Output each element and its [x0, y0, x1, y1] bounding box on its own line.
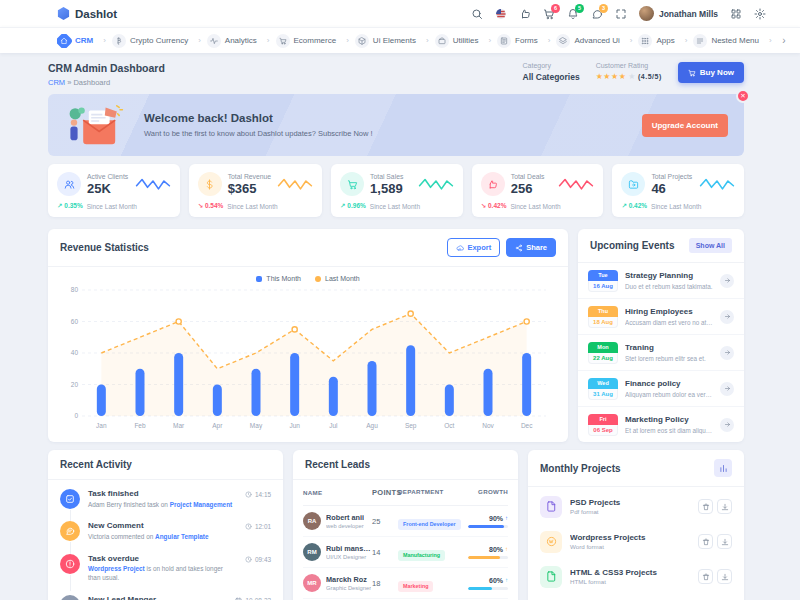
download-button[interactable]	[717, 534, 732, 549]
activity-item[interactable]: Task overdue Wordpress Project is on hol…	[48, 548, 283, 589]
arrow-right-icon[interactable]	[720, 310, 734, 324]
top-bar: Dashlot 6 5 3	[0, 0, 800, 27]
lead-points: 14	[372, 548, 398, 557]
list-item[interactable]: Wordpress Projects Word format	[528, 524, 744, 559]
banner-subtitle: Want to be the first to know about Dashl…	[144, 129, 373, 138]
alert-icon	[60, 554, 80, 574]
grid-icon[interactable]	[730, 8, 742, 20]
table-row[interactable]: MR Marckh Roz Graphic Designer 18 Market…	[303, 568, 508, 599]
brand-name: Dashlot	[75, 8, 117, 20]
expand-icon[interactable]	[615, 8, 627, 20]
export-button[interactable]: Export	[447, 238, 500, 257]
stat-delta: ↘ 0.42%	[481, 202, 507, 210]
nav-item[interactable]: Forms ›	[497, 34, 550, 48]
show-all-button[interactable]: Show All	[689, 238, 732, 253]
activity-title-text: Task finished	[88, 489, 237, 498]
users-icon	[57, 172, 81, 196]
close-icon[interactable]: ✕	[736, 89, 750, 103]
arrow-right-icon[interactable]	[720, 418, 734, 432]
sparkline	[699, 174, 735, 194]
nav-item[interactable]: Nested Menu ›	[693, 34, 771, 48]
brand[interactable]: Dashlot	[57, 7, 117, 20]
share-button[interactable]: Share	[506, 238, 556, 257]
event-item[interactable]: Wed 31 Aug Finance policy Aliquyam rebum…	[578, 371, 744, 407]
thumb-icon[interactable]	[519, 8, 531, 20]
project-format: Pdf format	[570, 508, 690, 515]
activity-item[interactable]: Task finished Adam Berry finished task o…	[48, 483, 283, 515]
projects-filter-button[interactable]	[714, 459, 732, 477]
stat-note: Since Last Month	[370, 203, 420, 210]
chevron-right-icon: ›	[548, 36, 551, 45]
table-row[interactable]: RM Rubi manscho UI/UX Designer 14 Manufa…	[303, 537, 508, 568]
stat-card: Total Deals 256 ↘ 0.42% Since Last Month	[472, 164, 604, 217]
nav-item[interactable]: Utilities ›	[435, 34, 491, 48]
buy-now-button[interactable]: Buy Now	[678, 62, 744, 83]
svg-text:May: May	[250, 422, 263, 430]
cart-icon	[340, 172, 364, 196]
nav-item[interactable]: Ui Elements ›	[355, 34, 429, 48]
activity-link[interactable]: Angular Template	[155, 533, 209, 540]
nav-item-label: Advanced Ui	[574, 36, 619, 45]
home-icon	[57, 34, 73, 48]
nav-item[interactable]: Crypto Currency ›	[112, 34, 201, 48]
arrow-right-icon[interactable]	[720, 346, 734, 360]
chat-icon[interactable]: 3	[591, 8, 603, 20]
nav-item[interactable]: Advanced Ui ›	[556, 34, 632, 48]
nav-item[interactable]: CRM ›	[57, 34, 106, 48]
legend-item[interactable]: Last Month	[315, 275, 360, 282]
event-item[interactable]: Thu 18 Aug Hiring Employees Accusam diam…	[578, 299, 744, 335]
delete-button[interactable]	[698, 569, 713, 584]
delete-button[interactable]	[698, 499, 713, 514]
svg-text:60: 60	[71, 318, 79, 325]
arrow-right-icon[interactable]	[720, 382, 734, 396]
download-icon	[721, 538, 729, 546]
flag-icon[interactable]	[495, 8, 507, 20]
nav-item-label: Crypto Currency	[130, 36, 188, 45]
bell-icon[interactable]: 5	[567, 8, 579, 20]
breadcrumb-home[interactable]: CRM	[48, 78, 65, 87]
growth-value: 90%	[489, 515, 503, 522]
clock-icon	[245, 523, 252, 530]
arrow-right-icon[interactable]	[720, 274, 734, 288]
download-icon	[721, 503, 729, 511]
activity-item[interactable]: ML New Lead Manger Manuel Labor finished…	[48, 589, 283, 600]
upgrade-account-button[interactable]: Upgrade Account	[642, 114, 728, 137]
stat-delta: ↗ 0.96%	[340, 202, 366, 210]
event-item[interactable]: Fri 06 Sep Marketing Policy Et at lorem …	[578, 407, 744, 442]
activity-title: Recent Activity	[60, 459, 132, 470]
lead-name: Marckh Roz	[326, 575, 371, 584]
download-button[interactable]	[717, 499, 732, 514]
pulse-icon	[207, 34, 221, 48]
nav-item-label: CRM	[75, 36, 93, 45]
nav-item[interactable]: Analytics ›	[207, 34, 270, 48]
gear-icon[interactable]	[754, 8, 766, 20]
nav-scroll-arrow[interactable]: ›	[776, 33, 792, 49]
svg-text:80: 80	[71, 286, 79, 293]
event-date-chip: Fri 06 Sep	[588, 414, 618, 436]
department-badge: Manufacturing	[398, 550, 445, 561]
event-item[interactable]: Mon 22 Aug Traning Stet lorem rebum elit…	[578, 335, 744, 371]
stat-value: 25K	[87, 181, 128, 196]
stat-label: Total Revenue	[228, 173, 271, 180]
category-value[interactable]: All Categories	[523, 72, 580, 82]
table-row[interactable]: RA Robert anii web developer 25 Front-en…	[303, 506, 508, 537]
event-item[interactable]: Tue 16 Aug Strategy Planning Duo et et r…	[578, 263, 744, 299]
event-title: Strategy Planning	[625, 271, 713, 280]
rating-block: Customer Rating ★★★★ ★ (4.5/5)	[596, 62, 662, 81]
chevron-right-icon: ›	[103, 36, 106, 45]
user-menu[interactable]: Jonathan Mills	[639, 6, 718, 21]
activity-item[interactable]: New Comment Victoria commented on Angula…	[48, 515, 283, 547]
search-icon[interactable]	[471, 8, 483, 20]
cart-icon[interactable]: 6	[543, 8, 555, 20]
nav-item[interactable]: Ecommerce ›	[276, 34, 349, 48]
download-button[interactable]	[717, 569, 732, 584]
activity-link[interactable]: Wordpress Project	[88, 565, 145, 572]
legend-item[interactable]: This Month	[256, 275, 301, 282]
list-item[interactable]: Java Projects Pdf format	[528, 594, 744, 600]
list-item[interactable]: HTML & CSS3 Projects HTML format	[528, 559, 744, 594]
nav-item[interactable]: Apps ›	[638, 34, 687, 48]
delete-button[interactable]	[698, 534, 713, 549]
stat-value: 256	[511, 181, 545, 196]
list-item[interactable]: PSD Projects Pdf format	[528, 489, 744, 524]
activity-link[interactable]: Project Management	[170, 501, 233, 508]
